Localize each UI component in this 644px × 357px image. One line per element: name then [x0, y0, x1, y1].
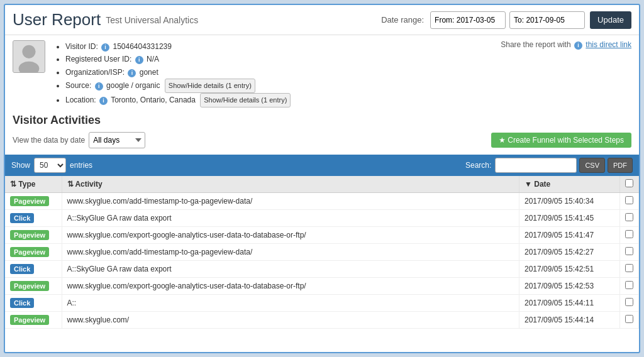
- cell-activity: www.skyglue.com/export-google-analytics-…: [62, 226, 519, 243]
- entries-label: entries: [70, 161, 92, 170]
- location-show-hide-btn[interactable]: Show/Hide details (1 entry): [200, 93, 291, 107]
- registered-user-label: Registered User ID:: [65, 55, 134, 63]
- cell-checkbox[interactable]: [620, 243, 639, 260]
- row-checkbox[interactable]: [625, 264, 633, 272]
- type-badge: Pageview: [10, 315, 49, 325]
- filter-left: View the data by date All days Today Yes…: [13, 132, 145, 148]
- from-date-input[interactable]: [430, 11, 506, 29]
- activities-title: Visitor Activities: [13, 114, 631, 127]
- date-filter-select[interactable]: All days Today Yesterday Last 7 days: [89, 132, 145, 148]
- user-details: Visitor ID: i 15046404331239 Registered …: [54, 40, 501, 107]
- col-activity[interactable]: ⇅ Activity: [62, 176, 519, 193]
- avatar: [13, 40, 45, 73]
- row-checkbox[interactable]: [625, 298, 633, 306]
- table-row: ClickA::SkyGlue GA raw data export2017/0…: [5, 209, 639, 226]
- date-range-label: Date range:: [381, 15, 424, 25]
- cell-checkbox[interactable]: [620, 260, 639, 277]
- page-subtitle: Test Universal Analytics: [106, 15, 198, 25]
- row-checkbox[interactable]: [625, 315, 633, 323]
- visitor-id-value: 15046404331239: [113, 42, 171, 51]
- view-label: View the data by date: [13, 136, 85, 145]
- page-title: User Report: [13, 10, 101, 30]
- cell-date: 2017/09/05 15:42:53: [519, 277, 620, 294]
- table-row: ClickA::2017/09/05 15:44:11: [5, 294, 639, 311]
- source-show-hide-btn[interactable]: Show/Hide details (1 entry): [165, 79, 255, 93]
- create-funnel-button[interactable]: ★ Create Funnel with Selected Steps: [491, 133, 631, 148]
- type-badge: Click: [10, 298, 34, 308]
- table-row: Pageviewwww.skyglue.com/2017/09/05 15:44…: [5, 311, 639, 328]
- csv-button[interactable]: CSV: [579, 158, 605, 173]
- col-date-label: ▼ Date: [525, 180, 550, 189]
- cell-type: Pageview: [5, 192, 62, 209]
- share-section: Share the report with i this direct link: [501, 40, 631, 50]
- cell-activity: A::SkyGlue GA raw data export: [62, 209, 519, 226]
- cell-type: Pageview: [5, 277, 62, 294]
- cell-type: Click: [5, 294, 62, 311]
- location-value: Toronto, Ontario, Canada: [111, 96, 196, 104]
- cell-activity: www.skyglue.com/add-timestamp-to-ga-page…: [62, 243, 519, 260]
- col-date[interactable]: ▼ Date: [519, 176, 620, 193]
- table-row: Pageviewwww.skyglue.com/add-timestamp-to…: [5, 243, 639, 260]
- cell-type: Click: [5, 260, 62, 277]
- cell-checkbox[interactable]: [620, 277, 639, 294]
- cell-date: 2017/09/05 15:44:14: [519, 311, 620, 328]
- table-row: Pageviewwww.skyglue.com/add-timestamp-to…: [5, 192, 639, 209]
- select-all-checkbox[interactable]: [625, 179, 633, 187]
- cell-checkbox[interactable]: [620, 192, 639, 209]
- registered-user-value: N/A: [147, 55, 159, 63]
- cell-date: 2017/09/05 15:41:45: [519, 209, 620, 226]
- cell-date: 2017/09/05 15:42:51: [519, 260, 620, 277]
- registered-user-info-icon[interactable]: i: [135, 56, 143, 64]
- col-checkbox-header[interactable]: [620, 176, 639, 193]
- col-type-label: ⇅ Type: [10, 180, 35, 189]
- row-checkbox[interactable]: [625, 281, 633, 289]
- type-badge: Pageview: [10, 196, 49, 206]
- source-info-icon[interactable]: i: [95, 82, 103, 91]
- table-header: ⇅ Type ⇅ Activity ▼ Date: [5, 176, 639, 193]
- registered-user-item: Registered User ID: i N/A: [65, 53, 501, 65]
- cell-activity: www.skyglue.com/export-google-analytics-…: [62, 277, 519, 294]
- activities-section: Visitor Activities View the data by date…: [5, 110, 639, 155]
- org-isp-info-icon[interactable]: i: [128, 69, 136, 77]
- cell-checkbox[interactable]: [620, 294, 639, 311]
- share-link[interactable]: this direct link: [586, 40, 631, 49]
- type-badge: Pageview: [10, 230, 49, 240]
- cell-checkbox[interactable]: [620, 209, 639, 226]
- cell-date: 2017/09/05 15:42:27: [519, 243, 620, 260]
- visitor-id-item: Visitor ID: i 15046404331239: [65, 40, 501, 53]
- share-info-icon[interactable]: i: [574, 41, 582, 50]
- row-checkbox[interactable]: [625, 230, 633, 238]
- source-label: Source:: [65, 81, 94, 90]
- row-checkbox[interactable]: [625, 196, 633, 204]
- location-info-icon[interactable]: i: [99, 97, 108, 105]
- visitor-id-info-icon[interactable]: i: [101, 43, 109, 52]
- org-isp-label: Organization/ISP:: [65, 68, 126, 77]
- main-container: User Report Test Universal Analytics Dat…: [4, 4, 640, 353]
- org-isp-value: gonet: [140, 68, 158, 77]
- row-checkbox[interactable]: [625, 213, 633, 221]
- show-entries-select[interactable]: 10 25 50 100: [34, 158, 66, 173]
- table-row: Pageviewwww.skyglue.com/export-google-an…: [5, 277, 639, 294]
- cell-activity: www.skyglue.com/add-timestamp-to-ga-page…: [62, 192, 519, 209]
- search-input[interactable]: [495, 158, 577, 173]
- pdf-button[interactable]: PDF: [608, 158, 633, 173]
- source-value: google / organic: [106, 81, 160, 90]
- source-item: Source: i google / organic Show/Hide det…: [65, 79, 501, 93]
- cell-checkbox[interactable]: [620, 311, 639, 328]
- to-date-input[interactable]: [509, 11, 585, 29]
- type-badge: Pageview: [10, 281, 49, 291]
- table-wrapper[interactable]: ⇅ Type ⇅ Activity ▼ Date Pageviewwww.sky…: [5, 176, 639, 352]
- cell-type: Pageview: [5, 243, 62, 260]
- cell-checkbox[interactable]: [620, 226, 639, 243]
- show-label: Show: [11, 161, 30, 170]
- col-type[interactable]: ⇅ Type: [5, 176, 62, 193]
- search-label: Search:: [465, 161, 491, 170]
- location-item: Location: i Toronto, Ontario, Canada Sho…: [65, 93, 501, 107]
- table-row: ClickA::SkyGlue GA raw data export2017/0…: [5, 260, 639, 277]
- row-checkbox[interactable]: [625, 247, 633, 255]
- location-label: Location:: [65, 96, 98, 104]
- cell-activity: A::: [62, 294, 519, 311]
- user-info-section: Visitor ID: i 15046404331239 Registered …: [5, 35, 639, 110]
- col-activity-label: ⇅ Activity: [67, 180, 103, 189]
- update-button[interactable]: Update: [590, 11, 631, 29]
